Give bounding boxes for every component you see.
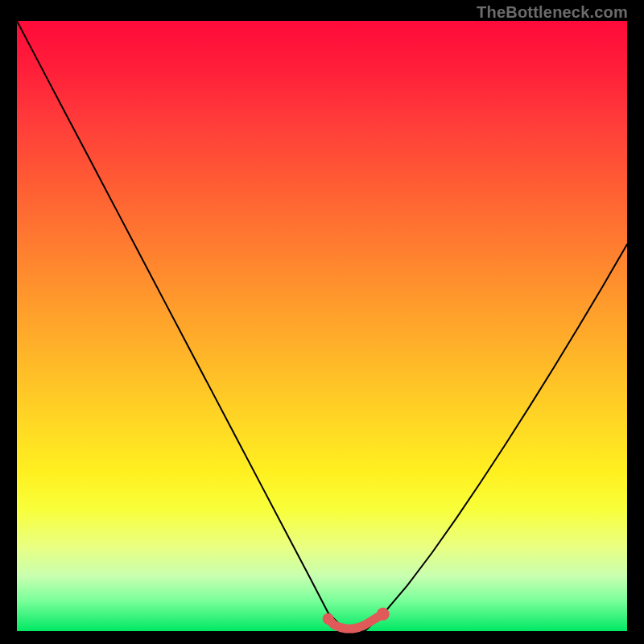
watermark-text: TheBottleneck.com (477, 3, 628, 22)
floor-highlight-dot-right (377, 608, 390, 621)
floor-highlight-path (328, 614, 383, 629)
chart-frame: TheBottleneck.com (0, 0, 644, 644)
floor-highlight-dot-left (323, 613, 334, 625)
bottleneck-curve-path (17, 21, 627, 631)
bottleneck-curve-svg (17, 21, 627, 631)
